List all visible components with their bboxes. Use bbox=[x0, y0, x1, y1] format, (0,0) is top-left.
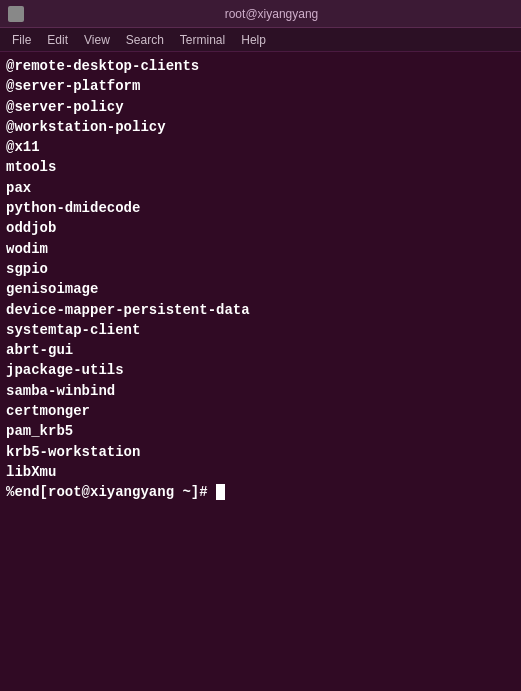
terminal-line: samba-winbind bbox=[6, 381, 515, 401]
terminal-line: certmonger bbox=[6, 401, 515, 421]
terminal-line: @workstation-policy bbox=[6, 117, 515, 137]
terminal-line: krb5-workstation bbox=[6, 442, 515, 462]
terminal-line: sgpio bbox=[6, 259, 515, 279]
menu-file[interactable]: File bbox=[4, 31, 39, 49]
terminal-line: device-mapper-persistent-data bbox=[6, 300, 515, 320]
menu-bar: File Edit View Search Terminal Help bbox=[0, 28, 521, 52]
terminal-line: oddjob bbox=[6, 218, 515, 238]
terminal-line: @remote-desktop-clients bbox=[6, 56, 515, 76]
title-bar: root@xiyangyang bbox=[0, 0, 521, 28]
terminal-line: jpackage-utils bbox=[6, 360, 515, 380]
terminal-line: pax bbox=[6, 178, 515, 198]
terminal-line: mtools bbox=[6, 157, 515, 177]
cursor bbox=[216, 484, 225, 500]
menu-search[interactable]: Search bbox=[118, 31, 172, 49]
menu-help[interactable]: Help bbox=[233, 31, 274, 49]
title-bar-title: root@xiyangyang bbox=[30, 7, 513, 21]
terminal-line: @x11 bbox=[6, 137, 515, 157]
terminal-body: @remote-desktop-clients@server-platform@… bbox=[0, 52, 521, 691]
terminal-line: libXmu bbox=[6, 462, 515, 482]
terminal-line: pam_krb5 bbox=[6, 421, 515, 441]
menu-view[interactable]: View bbox=[76, 31, 118, 49]
terminal-line: @server-platform bbox=[6, 76, 515, 96]
terminal-line: %end[root@xiyangyang ~]# bbox=[6, 482, 515, 502]
terminal-line: genisoimage bbox=[6, 279, 515, 299]
terminal-line: python-dmidecode bbox=[6, 198, 515, 218]
terminal-line: @server-policy bbox=[6, 97, 515, 117]
terminal-icon bbox=[8, 6, 24, 22]
menu-terminal[interactable]: Terminal bbox=[172, 31, 233, 49]
terminal-line: systemtap-client bbox=[6, 320, 515, 340]
terminal-line: wodim bbox=[6, 239, 515, 259]
terminal-line: abrt-gui bbox=[6, 340, 515, 360]
menu-edit[interactable]: Edit bbox=[39, 31, 76, 49]
